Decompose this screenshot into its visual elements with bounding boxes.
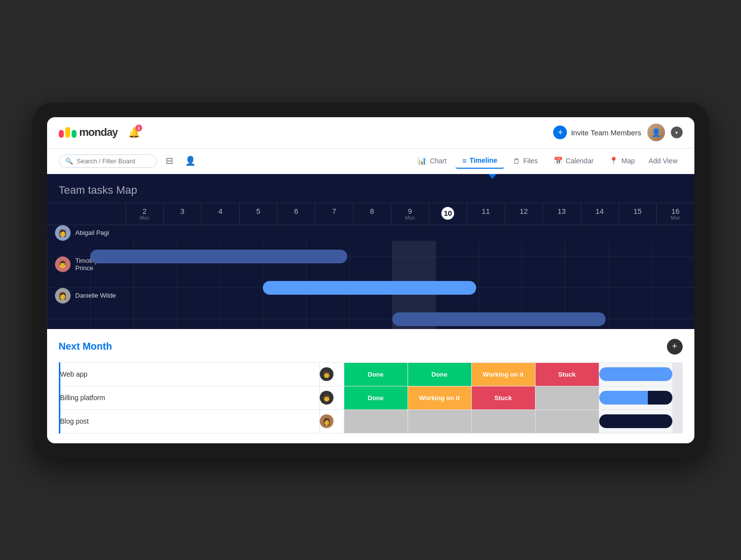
tab-timeline[interactable]: ≡ Timeline — [456, 153, 504, 169]
timeline-day-4: 4 — [201, 203, 239, 225]
person-filter-icon[interactable]: 👤 — [182, 153, 198, 169]
chart-icon: 📊 — [417, 156, 427, 165]
gantt-bar[interactable] — [90, 250, 347, 263]
scroll-indicator — [672, 362, 682, 386]
scroll-indicator — [672, 386, 682, 409]
status-cell[interactable] — [408, 409, 471, 433]
header-left: monday 🔔 1 — [59, 124, 143, 141]
tab-files-label: Files — [523, 157, 538, 165]
timeline-mini-cell — [599, 386, 672, 409]
header: monday 🔔 1 + Invite Team Members 👤 ▾ — [47, 117, 694, 149]
add-section-button[interactable]: + — [667, 339, 683, 355]
timeline-day-16: 16Mon — [656, 203, 694, 225]
timeline-day-8: 8 — [353, 203, 391, 225]
timeline-label-spacer — [47, 203, 126, 225]
status-cell[interactable]: Stuck — [471, 386, 535, 409]
task-name-cell: Blog post — [59, 409, 319, 433]
tasks-table: Web app👨DoneDoneWorking on itStuckBillin… — [59, 362, 683, 433]
table-row: Billing platform👨DoneWorking on itStuck — [59, 386, 682, 409]
gantt-section: Team tasks Map 2Mon3456789Mon10111213141… — [47, 174, 694, 329]
timeline-day-9: 9Mon — [391, 203, 429, 225]
status-cell[interactable]: Working on it — [471, 362, 535, 386]
timeline-day-12: 12 — [505, 203, 542, 225]
toolbar-tabs: 📊 Chart ≡ Timeline 🗒 Files 📅 Calendar 📍 — [410, 153, 682, 169]
timeline-day-14: 14 — [581, 203, 618, 225]
timeline-header: 2Mon3456789Mon10111213141516Mon — [47, 203, 694, 225]
gantt-row: 👩 Abigail Pagi — [47, 225, 694, 256]
table-row: Blog post👩 — [59, 409, 682, 433]
gantt-chart: 2Mon3456789Mon10111213141516Mon 👩 Abigai… — [47, 203, 694, 329]
timeline-day-7: 7 — [315, 203, 353, 225]
notification-bell[interactable]: 🔔 1 — [126, 124, 143, 141]
gantt-bar-wrapper — [47, 304, 694, 335]
task-avatar-cell: 👨 — [319, 386, 344, 409]
tab-calendar[interactable]: 📅 Calendar — [547, 153, 601, 168]
timeline-day-13: 13 — [542, 203, 580, 225]
next-month-section: Next Month + Web app👨DoneDoneWorking on … — [47, 329, 694, 443]
today-column-overlay — [392, 241, 435, 272]
header-right: + Invite Team Members 👤 ▾ — [553, 124, 682, 141]
section-header: Next Month + — [59, 339, 683, 355]
mini-bar-dark — [599, 414, 672, 428]
app-window: monday 🔔 1 + Invite Team Members 👤 ▾ — [47, 117, 694, 443]
task-name-cell: Billing platform — [59, 386, 319, 409]
timeline-icon: ≡ — [462, 156, 467, 165]
status-cell[interactable]: Done — [408, 362, 471, 386]
person-cell: 👩 Abigail Pagi — [47, 225, 126, 241]
map-icon: 📍 — [609, 156, 618, 165]
logo-dot-red — [59, 130, 64, 138]
gantt-bar[interactable] — [263, 281, 477, 295]
status-cell[interactable]: Stuck — [535, 362, 599, 386]
mini-bar-blue — [599, 367, 672, 381]
task-name-cell: Web app — [59, 362, 319, 386]
status-cell[interactable] — [535, 409, 599, 433]
tab-chart-label: Chart — [430, 157, 446, 165]
tab-calendar-label: Calendar — [566, 157, 594, 165]
gantt-bar-wrapper — [47, 241, 694, 272]
status-cell[interactable] — [535, 386, 599, 409]
gantt-bar[interactable] — [392, 312, 606, 326]
task-avatar-cell: 👨 — [319, 362, 344, 386]
invite-team-button[interactable]: + Invite Team Members — [553, 126, 641, 139]
search-input[interactable] — [77, 157, 151, 165]
device-frame: monday 🔔 1 + Invite Team Members 👤 ▾ — [32, 102, 709, 458]
gantt-title: Team tasks Map — [59, 184, 137, 196]
status-cell[interactable]: Done — [344, 386, 408, 409]
user-dropdown-arrow[interactable]: ▾ — [671, 127, 683, 138]
person-name: Abigail Pagi — [76, 229, 109, 236]
calendar-icon: 📅 — [554, 156, 563, 165]
invite-btn-label: Invite Team Members — [571, 128, 641, 137]
gantt-rows: 👩 Abigail Pagi 👨 Timothy Prince 👩 Daniel… — [47, 225, 694, 319]
status-cell[interactable]: Working on it — [408, 386, 471, 409]
gantt-bar-wrapper — [47, 272, 694, 304]
timeline-day-11: 11 — [467, 203, 505, 225]
status-cell[interactable] — [471, 409, 535, 433]
section-title: Next Month — [59, 341, 112, 352]
today-marker — [488, 174, 496, 179]
status-cell[interactable] — [344, 409, 408, 433]
search-icon: 🔍 — [65, 157, 73, 165]
tab-map[interactable]: 📍 Map — [602, 153, 641, 168]
timeline-day-6: 6 — [277, 203, 315, 225]
notification-badge: 1 — [135, 125, 142, 131]
tab-files[interactable]: 🗒 Files — [506, 154, 545, 168]
monday-logo: monday — [59, 126, 118, 139]
files-icon: 🗒 — [513, 157, 520, 165]
tab-chart[interactable]: 📊 Chart — [410, 153, 453, 168]
timeline-day-3: 3 — [163, 203, 201, 225]
logo-text: monday — [79, 126, 118, 139]
logo-dot-yellow — [65, 127, 70, 138]
filter-icon[interactable]: ⊟ — [162, 153, 178, 169]
status-cell[interactable]: Done — [344, 362, 408, 386]
add-view-button[interactable]: Add View — [644, 154, 683, 168]
timeline-day-2: 2Mon — [126, 203, 163, 225]
invite-plus-icon: + — [553, 126, 567, 139]
search-box[interactable]: 🔍 — [59, 154, 157, 168]
task-avatar-cell: 👩 — [319, 409, 344, 433]
user-avatar[interactable]: 👤 — [647, 124, 665, 141]
table-row: Web app👨DoneDoneWorking on itStuck — [59, 362, 682, 386]
timeline-mini-cell — [599, 362, 672, 386]
logo-dot-green — [72, 130, 77, 138]
toolbar: 🔍 ⊟ 👤 📊 Chart ≡ Timeline 🗒 Files — [47, 149, 694, 174]
add-view-label: Add View — [649, 157, 678, 165]
